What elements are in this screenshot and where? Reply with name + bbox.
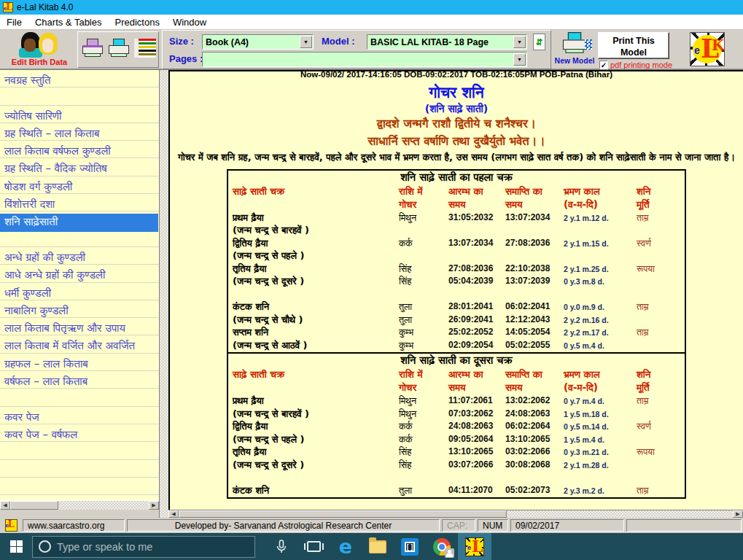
chrome-icon — [433, 538, 451, 556]
status-app-icon: Le — [5, 519, 17, 532]
table-row: (जन्म चन्द्र से बारहवें ) — [228, 225, 685, 238]
column-header: राशि मेंगोचर — [399, 184, 448, 211]
sidebar-item-3[interactable]: ग्रह स्थिति – लाल किताब — [0, 125, 159, 143]
shloka-line-2: साधार्नि सप्त वर्षाणि तथा दुखैर्युतो भवे… — [170, 133, 743, 150]
model-label: Model : — [322, 36, 355, 47]
website-link[interactable]: www.saarcastro.org — [23, 519, 125, 532]
table-row — [228, 289, 685, 302]
size-select[interactable]: Book (A4)▼ — [202, 34, 314, 50]
new-model-button[interactable]: New Model — [554, 32, 595, 65]
taskbar: Type or speak to me e [ ] Le — [0, 533, 743, 560]
column-header: आरम्भ कासमय — [448, 368, 505, 394]
sidebar-item-7[interactable]: विंशोत्तरी दशा — [0, 196, 159, 214]
model-select[interactable]: BASIC LAL KITAB- 18 Page▼ — [367, 34, 527, 50]
microphone-button[interactable] — [265, 533, 297, 560]
table-row: तृतिय ढ़ैयासिंह13:10:206503:02:20660 y.3… — [228, 446, 685, 459]
sidebar-item-2[interactable]: ज्योतिष सारिणी — [0, 108, 159, 125]
edit-birth-data-label: Edit Birth Data — [4, 58, 75, 66]
sidebar-item-9 — [0, 232, 159, 249]
sidebar-item-20[interactable]: कवर पेज – वर्षफल — [0, 427, 159, 444]
elal-kitab-taskbar-button[interactable]: Le — [458, 533, 491, 560]
new-model-printer-icon — [562, 32, 588, 54]
column-header: शनिमूर्ति — [637, 368, 680, 394]
menu-item-file[interactable]: File — [0, 17, 28, 28]
table-row: प्रथम ढ़ैयामिथुन31:05:203213:07:20342 y.… — [228, 212, 685, 225]
pdf-printing-mode-checkbox[interactable]: ✓ — [599, 61, 608, 69]
print-single-icon[interactable] — [82, 39, 104, 58]
menu-item-window[interactable]: Window — [166, 17, 213, 28]
sidebar-scroll-thumb[interactable] — [10, 501, 58, 510]
scroll-right-arrow-icon[interactable]: ▶ — [149, 501, 159, 510]
sadesati-table-2: शनि साढ़े साती का दूसरा चक्रसाढ़े साती च… — [227, 354, 686, 499]
edit-birth-data-icon — [17, 31, 62, 57]
pages-dropdown-arrow-icon[interactable]: ▼ — [513, 53, 526, 66]
sidebar-vertical-scrollbar[interactable] — [159, 70, 168, 518]
table-row: (जन्म चन्द्र से बारहवें )मिथुन07:03:2062… — [228, 408, 685, 421]
size-dropdown-arrow-icon[interactable]: ▼ — [300, 36, 312, 48]
sidebar-item-6[interactable]: षोडश वर्ग कुण्डली — [0, 179, 159, 196]
sidebar-item-0[interactable]: नवग्रह स्तुति — [0, 72, 159, 90]
edit-birth-data-button[interactable]: Edit Birth Data — [4, 31, 75, 68]
table-row: द्वितिय ढ़ैयाकर्क24:08:206306:02:20640 y… — [228, 421, 685, 434]
chrome-button[interactable] — [426, 533, 458, 560]
pinned-app-button[interactable]: [ ] — [394, 533, 426, 560]
sidebar-item-11[interactable]: आधे अन्धे ग्रहों की कुण्डली — [0, 267, 159, 284]
sidebar-item-19[interactable]: कवर पेज — [0, 409, 159, 427]
refresh-model-button[interactable]: ⇵ — [533, 34, 545, 50]
new-model-label: New Model — [554, 56, 595, 65]
table-header-row: साढ़े साती चक्रराशि मेंगोचरआरम्भ कासमयसम… — [228, 184, 685, 211]
cortana-search-input[interactable]: Type or speak to me — [32, 536, 255, 558]
column-header: समाप्ति कासमय — [505, 184, 564, 211]
cortana-icon — [39, 540, 51, 553]
report-title: गोचर शनि — [170, 83, 743, 102]
num-lock-indicator: NUM — [478, 519, 508, 532]
bracket-app-icon: [ ] — [401, 538, 419, 556]
pages-label: Pages : — [169, 53, 203, 64]
edge-browser-button[interactable]: e — [330, 533, 362, 560]
developer-credit: Developed by- Sarvanand Astrological Res… — [127, 519, 440, 532]
print-icon[interactable] — [108, 39, 130, 58]
status-date: 09/02/2017 — [510, 519, 624, 532]
doc-scroll-thumb[interactable] — [179, 510, 507, 518]
sidebar-horizontal-scrollbar[interactable]: ◀ ▶ — [0, 500, 159, 510]
print-all-icon[interactable] — [134, 39, 156, 58]
window-title: e-Lal Kitab 4.0 — [17, 2, 73, 12]
scroll-left-arrow-icon[interactable]: ◀ — [0, 501, 10, 510]
table-row: (जन्म चन्द्र से दूसरे )सिंह05:04:203913:… — [228, 276, 685, 289]
sidebar-item-5[interactable]: ग्रह स्थिति – वैदिक ज्योतिष — [0, 160, 159, 178]
file-explorer-button[interactable] — [362, 533, 394, 560]
doc-scroll-right-arrow-icon[interactable]: ▶ — [733, 510, 743, 518]
model-dropdown-arrow-icon[interactable]: ▼ — [513, 36, 526, 48]
sidebar-item-13[interactable]: नाबालिग कुण्डली — [0, 303, 159, 320]
windows-logo-icon — [10, 540, 23, 553]
report-document: Now-09/02/ 2017-14:16:05 DOB-09:02:2017 … — [168, 70, 743, 510]
sidebar-item-10[interactable]: अन्धे ग्रहों की कुण्डली — [0, 249, 159, 267]
microphone-icon — [275, 540, 288, 554]
task-view-icon — [307, 541, 321, 552]
start-button[interactable] — [0, 533, 32, 560]
table-row: (जन्म चन्द्र से चौथे )तुला26:09:204112:1… — [228, 314, 685, 327]
sidebar-item-4[interactable]: लाल किताब वर्षफल कुण्डली — [0, 143, 159, 160]
column-header: समाप्ति कासमय — [505, 368, 564, 394]
menu-item-predictons[interactable]: Predictons — [108, 17, 166, 28]
document-horizontal-scrollbar[interactable]: ◀ ▶ — [168, 510, 743, 518]
titlebar: Le e-Lal Kitab 4.0 — [0, 0, 743, 15]
table-row: (जन्म चन्द्र से पहले ) — [228, 250, 685, 263]
sidebar-item-14[interactable]: लाल किताब पितृऋण और उपाय — [0, 320, 159, 338]
size-label: Size : — [169, 36, 194, 47]
pages-select[interactable]: ▼ — [202, 52, 527, 67]
sidebar-item-8[interactable]: शनि साढ़ेसाती — [0, 214, 158, 231]
sidebar-item-16[interactable]: ग्रहफल – लाल किताब — [0, 356, 159, 373]
print-this-model-button[interactable]: Print This Model — [598, 32, 669, 59]
profile-badge-icon — [445, 548, 454, 558]
doc-scroll-left-arrow-icon[interactable]: ◀ — [168, 510, 179, 518]
menu-item-charts-tables[interactable]: Charts & Tables — [28, 17, 109, 28]
task-view-button[interactable] — [297, 533, 330, 560]
sidebar-item-17[interactable]: वर्षफल – लाल किताब — [0, 373, 159, 391]
sidebar-item-12[interactable]: धर्मी कुण्डली — [0, 285, 159, 303]
column-header: राशि मेंगोचर — [399, 368, 448, 394]
statusbar: Le www.saarcastro.org Developed by- Sarv… — [0, 518, 743, 533]
column-header: भ्रमण काल(व-म-दि) — [564, 184, 637, 211]
sidebar-item-15[interactable]: लाल किताब में वर्जित और अवर्जित — [0, 338, 159, 355]
edge-icon: e — [339, 537, 352, 556]
